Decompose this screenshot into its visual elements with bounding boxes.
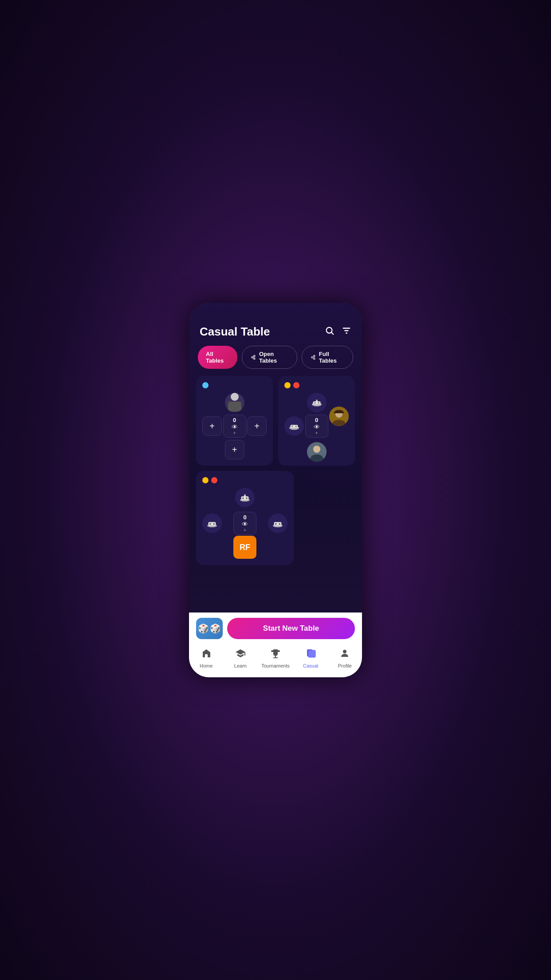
svg-point-32 (244, 494, 246, 495)
table1-dot-blue (202, 382, 209, 388)
dice-icon-2: 🎲 (210, 623, 221, 634)
svg-point-10 (311, 356, 313, 358)
table3-eye-icon: 👁 (242, 521, 248, 528)
svg-point-26 (313, 446, 320, 453)
nav-item-home[interactable]: Home (193, 648, 220, 668)
table2-seat-top (307, 393, 327, 412)
svg-rect-20 (291, 425, 298, 428)
filter-icon[interactable] (342, 326, 351, 338)
table3-dot-red (211, 477, 217, 483)
svg-point-35 (209, 523, 211, 525)
nav-item-casual[interactable]: Casual (297, 648, 324, 668)
nav-item-profile[interactable]: Profile (331, 648, 358, 668)
learn-label: Learn (234, 663, 247, 668)
table-card-2[interactable]: 0 👁 + (278, 376, 355, 466)
svg-point-46 (343, 650, 346, 653)
table1-layout: + + 0 👁 + (202, 393, 267, 459)
svg-line-8 (253, 356, 253, 357)
rf-player-badge: RF (233, 536, 256, 559)
svg-rect-43 (273, 657, 278, 658)
start-new-table-label: Start New Table (263, 624, 319, 633)
phone-frame: Casual Table (189, 303, 362, 677)
table1-center: 0 👁 + (223, 415, 246, 438)
svg-point-18 (316, 399, 317, 401)
table2-plus-text: + (315, 431, 318, 435)
table2-pot-value: 0 (315, 417, 318, 423)
svg-rect-41 (205, 654, 208, 657)
table2-seat-right (329, 407, 349, 426)
page-title: Casual Table (200, 325, 270, 339)
bottom-nav: Home Learn (189, 644, 362, 677)
open-tables-label: Open Tables (259, 351, 289, 364)
start-new-table-button[interactable]: Start New Table (227, 618, 355, 639)
full-tables-label: Full Tables (319, 351, 345, 364)
table3-center: 0 👁 + (233, 512, 256, 535)
table1-plus-text: + (233, 431, 236, 435)
svg-point-15 (314, 402, 315, 403)
svg-point-6 (254, 355, 255, 356)
table3-seat-right (268, 514, 287, 533)
svg-point-5 (252, 356, 253, 358)
table1-eye-icon: 👁 (232, 423, 238, 431)
svg-line-9 (253, 358, 253, 358)
profile-label: Profile (338, 663, 352, 668)
table1-pot-value: 0 (233, 417, 236, 423)
svg-point-12 (313, 358, 315, 359)
nav-item-learn[interactable]: Learn (227, 648, 254, 668)
table-card-3[interactable]: RF 0 👁 + (196, 471, 294, 565)
table1-seat-bottom[interactable]: + (225, 440, 244, 459)
svg-point-30 (246, 498, 248, 499)
action-bar: 🎲 🎲 Start New Table (189, 612, 362, 644)
search-icon[interactable] (325, 326, 335, 338)
header: Casual Table (189, 303, 362, 346)
tables-scroll-area: + + 0 👁 + (189, 376, 362, 612)
table1-seat-left[interactable]: + (202, 416, 222, 436)
learn-icon (235, 648, 246, 661)
table1-seat-top (225, 393, 244, 412)
tab-all-tables[interactable]: All Tables (198, 346, 237, 369)
svg-point-40 (279, 523, 280, 525)
home-icon (201, 648, 212, 661)
casual-icon (305, 648, 316, 661)
table2-seat-bottom (307, 442, 327, 462)
table2-status-dots (284, 382, 349, 388)
tournaments-icon (270, 648, 281, 661)
table2-center: 0 👁 + (305, 415, 328, 438)
tab-open-tables[interactable]: Open Tables (242, 346, 297, 369)
tournaments-label: Tournaments (261, 663, 290, 668)
table3-plus-text: + (244, 528, 246, 533)
table3-dot-yellow (202, 477, 209, 483)
tables-grid: + + 0 👁 + (189, 376, 362, 565)
table1-status-dots (202, 382, 267, 388)
table2-layout: 0 👁 + (284, 393, 349, 459)
table1-seat-right[interactable]: + (247, 416, 267, 436)
svg-point-16 (318, 402, 319, 403)
svg-point-21 (291, 426, 293, 427)
svg-point-7 (254, 358, 255, 359)
table2-dot-red (293, 382, 299, 388)
all-tables-label: All Tables (206, 351, 229, 364)
table2-eye-icon: 👁 (314, 423, 320, 431)
table3-layout: RF 0 👁 + (202, 488, 287, 559)
table2-dot-yellow (284, 382, 291, 388)
dice-icon-1: 🎲 (198, 623, 209, 634)
home-label: Home (200, 663, 213, 668)
dice-button[interactable]: 🎲 🎲 (196, 618, 223, 639)
casual-label: Casual (303, 663, 318, 668)
filter-tabs: All Tables Open Tables Full Tabl (189, 346, 362, 376)
svg-point-39 (275, 523, 277, 525)
table-card-1[interactable]: + + 0 👁 + (196, 376, 273, 466)
table2-seat-left (284, 416, 304, 436)
svg-point-11 (313, 355, 315, 356)
table1-player-top (225, 393, 244, 412)
svg-line-1 (331, 332, 333, 334)
svg-rect-45 (308, 650, 315, 657)
table3-seat-top (235, 488, 255, 507)
table3-seat-bottom: RF (233, 536, 256, 559)
table3-pot-value: 0 (243, 514, 246, 521)
tab-full-tables[interactable]: Full Tables (302, 346, 353, 369)
table3-seat-left (202, 514, 222, 533)
profile-icon (339, 648, 350, 661)
phone-screen: Casual Table (189, 303, 362, 677)
nav-item-tournaments[interactable]: Tournaments (261, 648, 290, 668)
